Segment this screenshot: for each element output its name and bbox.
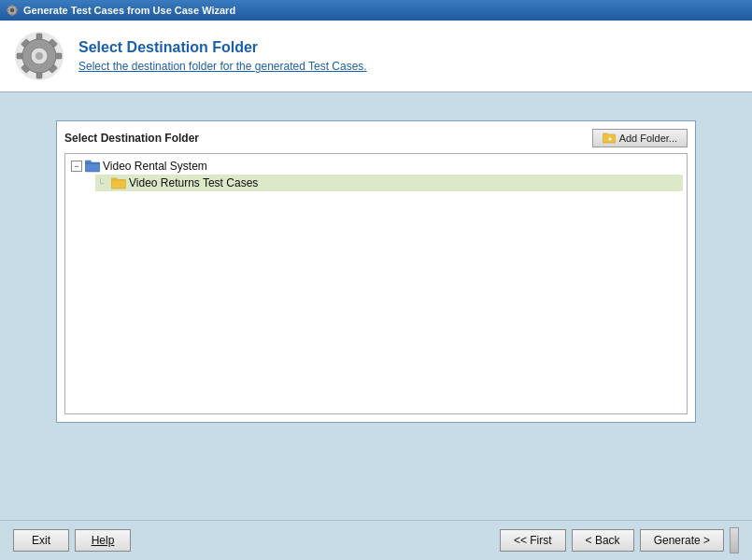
description-suffix: . [363, 60, 366, 73]
add-folder-button[interactable]: Add Folder... [592, 129, 688, 147]
description-prefix: Select the destination folder for the [78, 60, 255, 73]
svg-rect-4 [7, 9, 9, 10]
svg-rect-3 [11, 14, 12, 17]
title-bar: Generate Test Cases from Use Case Wizard [0, 0, 752, 21]
folder-section-header: Select Destination Folder Add Folder... [64, 129, 688, 147]
add-folder-label: Add Folder... [619, 133, 677, 144]
folder-section: Select Destination Folder Add Folder... … [56, 120, 696, 423]
tree-connector: └ [97, 178, 108, 189]
footer-right: << First < Back Generate > [500, 527, 739, 553]
svg-rect-5 [16, 9, 19, 10]
exit-button[interactable]: Exit [13, 529, 69, 552]
footer-left: Exit Help [13, 529, 131, 552]
tree-item-root[interactable]: − Video Rental System [69, 158, 683, 175]
tree-child-label-0: Video Returns Test Cases [129, 176, 258, 189]
svg-rect-2 [11, 5, 12, 7]
header-text: Select Destination Folder Select the des… [78, 39, 367, 73]
svg-point-1 [10, 8, 14, 12]
back-button[interactable]: < Back [572, 529, 634, 552]
tree-item-child-0[interactable]: └ Video Returns Test Cases [95, 175, 683, 191]
header: Select Destination Folder Select the des… [0, 21, 752, 92]
generate-button[interactable]: Generate > [640, 529, 724, 552]
gear-icon [15, 32, 64, 80]
first-button[interactable]: << First [500, 529, 566, 552]
description-link: generated Test Cases [255, 60, 364, 73]
footer: Exit Help << First < Back Generate > [0, 520, 752, 559]
svg-point-21 [35, 52, 43, 60]
folder-section-title: Select Destination Folder [64, 132, 199, 145]
title-bar-label: Generate Test Cases from Use Case Wizard [23, 5, 235, 16]
scroll-indicator[interactable] [730, 527, 739, 553]
tree-root-label: Video Rental System [103, 160, 207, 173]
tree-area[interactable]: − Video Rental System └ [64, 153, 688, 414]
wizard-icon [6, 4, 19, 17]
folder-yellow-icon [111, 176, 126, 189]
folder-blue-icon [85, 160, 100, 173]
page-description: Select the destination folder for the ge… [78, 60, 367, 73]
main-content: Select Destination Folder Add Folder... … [0, 92, 752, 520]
tree-toggle-root[interactable]: − [71, 161, 82, 172]
help-button[interactable]: Help [75, 529, 131, 552]
page-title: Select Destination Folder [78, 39, 367, 56]
tree-child-area: └ Video Returns Test Cases [95, 175, 683, 191]
add-folder-icon [603, 133, 616, 144]
